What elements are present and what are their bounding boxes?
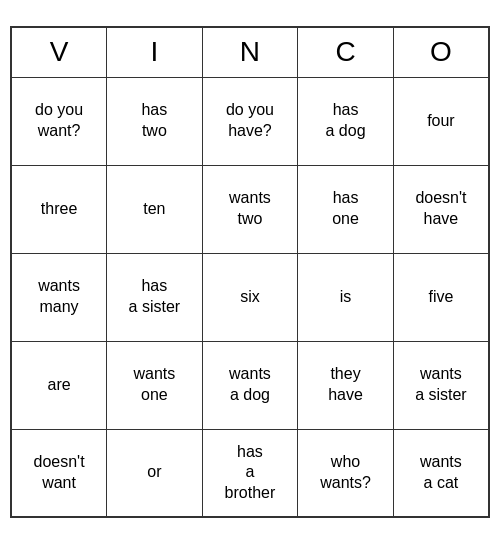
cell-r1-c2: wantstwo	[202, 165, 298, 253]
cell-r0-c1: hastwo	[107, 77, 203, 165]
table-row-4: doesn'twantorhasabrotherwhowants?wantsa …	[11, 429, 489, 517]
cell-r2-c3: is	[298, 253, 394, 341]
cell-r4-c1: or	[107, 429, 203, 517]
cell-r1-c1: ten	[107, 165, 203, 253]
table-row-3: arewantsonewantsa dogtheyhavewantsa sist…	[11, 341, 489, 429]
header-col-n: N	[202, 27, 298, 77]
cell-r4-c0: doesn'twant	[11, 429, 107, 517]
cell-r3-c2: wantsa dog	[202, 341, 298, 429]
header-col-o: O	[393, 27, 489, 77]
cell-r3-c4: wantsa sister	[393, 341, 489, 429]
cell-r0-c0: do youwant?	[11, 77, 107, 165]
cell-r2-c0: wantsmany	[11, 253, 107, 341]
table-row-1: threetenwantstwohasonedoesn'thave	[11, 165, 489, 253]
header-col-i: I	[107, 27, 203, 77]
cell-r2-c1: hasa sister	[107, 253, 203, 341]
cell-r3-c0: are	[11, 341, 107, 429]
cell-r1-c4: doesn'thave	[393, 165, 489, 253]
cell-r4-c2: hasabrother	[202, 429, 298, 517]
header-col-v: V	[11, 27, 107, 77]
cell-r3-c1: wantsone	[107, 341, 203, 429]
cell-r4-c3: whowants?	[298, 429, 394, 517]
cell-r3-c3: theyhave	[298, 341, 394, 429]
table-row-0: do youwant?hastwodo youhave?hasa dogfour	[11, 77, 489, 165]
bingo-card: VINCO do youwant?hastwodo youhave?hasa d…	[10, 26, 490, 518]
cell-r0-c3: hasa dog	[298, 77, 394, 165]
cell-r0-c4: four	[393, 77, 489, 165]
cell-r2-c2: six	[202, 253, 298, 341]
cell-r1-c0: three	[11, 165, 107, 253]
table-row-2: wantsmanyhasa sistersixisfive	[11, 253, 489, 341]
cell-r4-c4: wantsa cat	[393, 429, 489, 517]
cell-r0-c2: do youhave?	[202, 77, 298, 165]
cell-r1-c3: hasone	[298, 165, 394, 253]
cell-r2-c4: five	[393, 253, 489, 341]
header-col-c: C	[298, 27, 394, 77]
